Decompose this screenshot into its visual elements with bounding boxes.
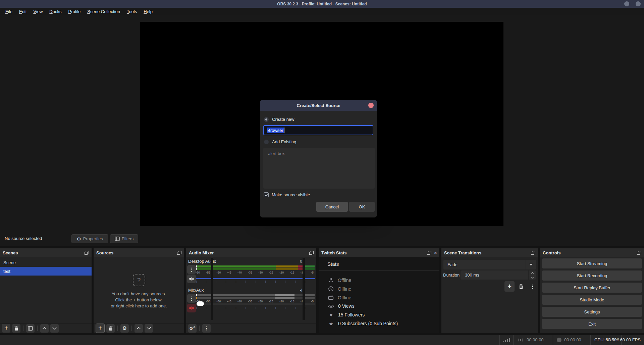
window-close-button[interactable] xyxy=(636,1,641,6)
trash-icon xyxy=(14,326,19,331)
radio-selected-icon xyxy=(264,117,269,122)
properties-button[interactable]: ⚙ Properties xyxy=(71,234,108,243)
trash-icon xyxy=(108,326,113,331)
remove-source-button[interactable] xyxy=(106,324,115,333)
create-select-source-dialog: Create/Select Source Create new Browser … xyxy=(260,100,377,217)
make-source-visible-checkbox[interactable]: Make source visible xyxy=(264,192,310,197)
gear-icon: ⚙ xyxy=(122,325,127,331)
popout-icon[interactable] xyxy=(85,251,89,255)
channel-menu-button[interactable]: ⋮ xyxy=(187,294,196,303)
empty-text-line: Click the + button below, xyxy=(111,297,167,303)
start-streaming-button[interactable]: Start Streaming xyxy=(542,258,642,268)
divider xyxy=(319,270,439,271)
move-source-up-button[interactable] xyxy=(135,324,143,333)
popout-icon[interactable] xyxy=(177,251,181,255)
question-icon: ? xyxy=(133,274,145,286)
menu-docks[interactable]: Docks xyxy=(46,8,65,15)
ok-button[interactable]: OK xyxy=(349,202,375,212)
create-new-option[interactable]: Create new xyxy=(264,117,294,122)
audio-mixer-dock: Audio Mixer Desktop Audio 0 ⋮ -60-55-50-… xyxy=(186,248,316,333)
obs-window: { "window": {"title": "OBS 30.2.3 - Prof… xyxy=(0,0,644,345)
existing-source-item[interactable]: alert box xyxy=(263,148,375,156)
divider xyxy=(499,335,500,345)
duration-spinbox[interactable]: 300 ms xyxy=(461,270,536,280)
volume-slider[interactable] xyxy=(196,278,315,279)
volume-slider[interactable] xyxy=(196,303,315,305)
dock-area: Scenes Scene test + Sources ? You don't … xyxy=(0,246,644,335)
add-existing-option[interactable]: Add Existing xyxy=(264,139,296,144)
dialog-title: Create/Select Source xyxy=(297,103,340,108)
channel-mute-button[interactable] xyxy=(187,275,196,283)
spin-down-button[interactable] xyxy=(529,275,536,280)
move-scene-up-button[interactable] xyxy=(40,324,49,333)
scene-filters-button[interactable] xyxy=(26,324,35,333)
start-replay-buffer-button[interactable]: Start Replay Buffer xyxy=(542,283,642,293)
spin-up-button[interactable] xyxy=(529,270,536,275)
chevron-down-icon xyxy=(529,264,533,266)
menu-scene-collection[interactable]: Scene Collection xyxy=(84,8,123,15)
remove-scene-button[interactable] xyxy=(12,324,20,333)
menu-file[interactable]: File xyxy=(2,8,16,15)
star-icon: ★ xyxy=(328,321,334,326)
move-scene-down-button[interactable] xyxy=(50,324,59,333)
popout-icon[interactable] xyxy=(637,251,641,255)
move-source-down-button[interactable] xyxy=(145,324,153,333)
checkbox-checked-icon xyxy=(264,192,269,197)
mixer-toolbar: ⚙⚙ ⋮ xyxy=(186,323,316,333)
menu-view[interactable]: View xyxy=(30,8,46,15)
source-name-input[interactable]: Browser xyxy=(263,125,373,135)
divider xyxy=(117,326,118,331)
volume-slider-handle[interactable] xyxy=(197,301,204,306)
studio-mode-button[interactable]: Studio Mode xyxy=(542,295,642,305)
window-minimize-button[interactable] xyxy=(624,1,629,6)
mixer-channel-name: Mic/Aux xyxy=(188,288,204,293)
menubar: File Edit View Docks Profile Scene Colle… xyxy=(0,8,644,15)
cancel-button[interactable]: Cancel xyxy=(316,202,348,212)
sources-dock: Sources ? You don't have any sources. Cl… xyxy=(94,248,184,333)
add-scene-button[interactable]: + xyxy=(2,324,10,333)
advanced-audio-button[interactable]: ⚙⚙ xyxy=(188,324,197,333)
start-recording-button[interactable]: Start Recording xyxy=(542,270,642,281)
source-toolbar: No source selected ⚙ Properties Filters xyxy=(0,232,644,246)
scene-item-selected[interactable]: test xyxy=(0,267,92,276)
channel-mute-button[interactable] xyxy=(187,304,196,312)
kebab-icon: ⋮ xyxy=(189,266,194,273)
channel-menu-button[interactable]: ⋮ xyxy=(187,265,196,274)
settings-button[interactable]: Settings xyxy=(542,307,642,317)
divider xyxy=(590,335,591,345)
sources-toolbar: + ⚙ xyxy=(94,323,184,333)
divider xyxy=(303,258,305,320)
popout-icon[interactable] xyxy=(427,251,431,255)
filters-button[interactable]: Filters xyxy=(110,234,138,243)
mixer-menu-button[interactable]: ⋮ xyxy=(202,324,211,333)
transition-select[interactable]: Fade xyxy=(443,260,536,269)
add-source-button[interactable]: + xyxy=(96,324,105,333)
menu-edit[interactable]: Edit xyxy=(16,8,30,15)
popout-icon[interactable] xyxy=(309,251,314,255)
twitch-stats-dock: Twitch Stats × Stats Offline Offline Off… xyxy=(319,248,439,333)
menu-tools[interactable]: Tools xyxy=(123,8,140,15)
dropdown-arrow-zone xyxy=(526,260,536,269)
scene-item[interactable]: Scene xyxy=(0,258,92,267)
close-icon[interactable]: × xyxy=(434,250,437,255)
popout-icon[interactable] xyxy=(531,251,535,255)
menu-profile[interactable]: Profile xyxy=(65,8,84,15)
transition-menu-button[interactable]: ⋮ xyxy=(529,283,537,291)
exit-button[interactable]: Exit xyxy=(542,319,642,329)
mixer-channel-level: 0 xyxy=(287,259,302,264)
eye-icon xyxy=(328,304,334,308)
existing-sources-list[interactable]: alert box xyxy=(263,148,375,189)
filter-icon xyxy=(115,237,120,241)
dialog-close-button[interactable] xyxy=(368,103,374,108)
source-properties-button[interactable]: ⚙ xyxy=(120,324,129,333)
menu-help[interactable]: Help xyxy=(140,8,156,15)
window-title: OBS 30.2.3 - Profile: Untitled - Scenes:… xyxy=(277,2,367,6)
chevron-down-icon xyxy=(147,327,151,330)
mixer-dock-header: Audio Mixer xyxy=(186,248,316,257)
gears-icon: ⚙⚙ xyxy=(189,326,196,331)
meter-scale: -60-55-50-45-40-35-30-25-20-15-10-5 xyxy=(196,300,314,303)
sources-empty-state: ? You don't have any sources. Click the … xyxy=(94,274,184,309)
remove-transition-button[interactable] xyxy=(517,283,525,291)
divider xyxy=(199,326,200,331)
add-transition-button[interactable]: + xyxy=(504,281,515,292)
